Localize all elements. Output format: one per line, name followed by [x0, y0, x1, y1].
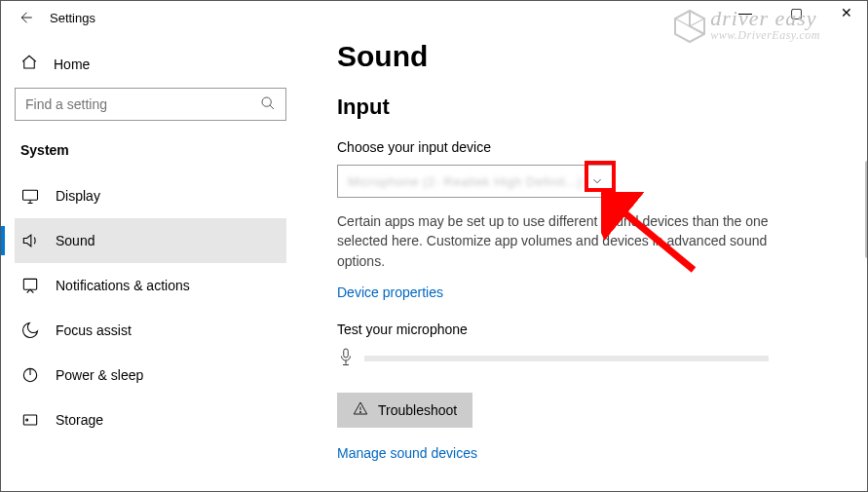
- maximize-button[interactable]: ▢: [781, 5, 811, 20]
- titlebar: Settings — ▢ ✕: [1, 1, 867, 34]
- svg-rect-2: [23, 190, 38, 200]
- svg-rect-7: [344, 349, 349, 358]
- search-input[interactable]: [25, 96, 260, 112]
- sidebar-item-power-sleep[interactable]: Power & sleep: [15, 353, 286, 397]
- section-title: Input: [337, 95, 832, 120]
- sidebar-item-display[interactable]: Display: [15, 173, 286, 218]
- input-description: Certain apps may be set up to use differ…: [337, 211, 785, 271]
- notification-icon: [20, 276, 40, 295]
- sidebar: Home System Display: [1, 34, 298, 491]
- sidebar-item-label: Display: [56, 188, 100, 204]
- back-button[interactable]: [13, 5, 38, 30]
- settings-window: Settings — ▢ ✕ driver easy www.DriverEas…: [0, 0, 868, 492]
- mic-level-bar: [364, 356, 769, 361]
- warning-icon: [353, 400, 368, 419]
- microphone-icon: [337, 347, 355, 371]
- scrollbar-thumb[interactable]: [865, 161, 867, 258]
- device-properties-link[interactable]: Device properties: [337, 284, 443, 300]
- search-icon: [260, 95, 276, 114]
- sidebar-item-focus-assist[interactable]: Focus assist: [15, 308, 286, 353]
- sidebar-item-label: Notifications & actions: [56, 278, 190, 293]
- storage-icon: [20, 410, 40, 430]
- window-title: Settings: [50, 11, 95, 25]
- sidebar-item-label: Power & sleep: [56, 367, 143, 383]
- manage-sound-devices-link[interactable]: Manage sound devices: [337, 445, 477, 461]
- sidebar-item-label: Storage: [56, 412, 103, 428]
- category-title: System: [15, 138, 286, 173]
- test-mic-row: [337, 347, 832, 371]
- svg-point-8: [359, 412, 360, 413]
- sidebar-item-notifications[interactable]: Notifications & actions: [15, 263, 286, 308]
- home-icon: [20, 54, 38, 74]
- test-mic-label: Test your microphone: [337, 322, 832, 337]
- svg-point-6: [26, 419, 28, 421]
- sidebar-item-label: Sound: [56, 233, 94, 248]
- troubleshoot-label: Troubleshoot: [378, 402, 457, 418]
- content-area: Sound Input Choose your input device Mic…: [298, 34, 867, 491]
- search-box[interactable]: [15, 88, 286, 121]
- svg-point-1: [262, 97, 271, 106]
- page-title: Sound: [337, 40, 832, 73]
- input-device-dropdown[interactable]: Microphone (2- Realtek High Definit...): [337, 165, 613, 198]
- svg-rect-3: [23, 279, 36, 289]
- sidebar-item-label: Focus assist: [56, 322, 132, 338]
- sidebar-item-storage[interactable]: Storage: [15, 397, 286, 442]
- choose-input-label: Choose your input device: [337, 139, 832, 155]
- nav-list: Display Sound Noti: [15, 173, 286, 442]
- troubleshoot-button[interactable]: Troubleshoot: [337, 393, 472, 428]
- focus-assist-icon: [20, 321, 40, 340]
- sound-icon: [20, 231, 40, 250]
- minimize-button[interactable]: —: [731, 5, 760, 20]
- chevron-down-icon: [583, 166, 612, 197]
- display-icon: [20, 186, 40, 206]
- power-icon: [20, 365, 40, 385]
- home-label: Home: [54, 57, 90, 72]
- close-button[interactable]: ✕: [832, 5, 861, 20]
- sidebar-item-sound[interactable]: Sound: [15, 218, 286, 263]
- home-link[interactable]: Home: [15, 46, 286, 88]
- dropdown-value: Microphone (2- Realtek High Definit...): [348, 174, 583, 189]
